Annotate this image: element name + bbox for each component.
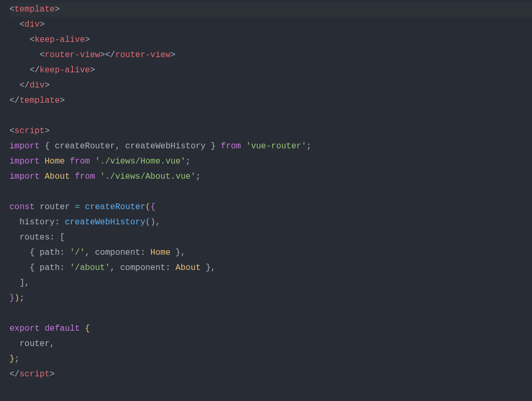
code-line: { path: '/', component: Home }, bbox=[9, 245, 532, 261]
bracket: [ bbox=[60, 233, 65, 242]
class-name: About bbox=[176, 263, 201, 273]
code-line: }); bbox=[9, 291, 532, 306]
code-line-empty bbox=[9, 185, 532, 200]
code-line: </div> bbox=[9, 78, 532, 93]
space bbox=[241, 142, 246, 151]
angle-bracket: </ bbox=[19, 81, 29, 90]
brace: } bbox=[170, 248, 180, 257]
keyword-from: from bbox=[221, 142, 241, 151]
brace: { bbox=[85, 324, 90, 333]
code-line: import Home from './views/Home.vue'; bbox=[9, 154, 532, 169]
paren: () bbox=[145, 218, 155, 227]
code-line: <router-view></router-view> bbox=[9, 48, 532, 63]
angle-bracket: > bbox=[45, 81, 50, 90]
paren: ( bbox=[145, 202, 150, 212]
function-call: createWebHistory bbox=[65, 218, 146, 227]
keyword-import: import bbox=[9, 142, 40, 151]
tag-name: script bbox=[19, 370, 50, 379]
brace: } bbox=[9, 294, 15, 303]
angle-bracket: </ bbox=[29, 66, 39, 75]
colon: : bbox=[55, 218, 64, 227]
code-line: }; bbox=[9, 352, 532, 367]
tag-name: template bbox=[19, 96, 60, 105]
string: './views/About.vue' bbox=[100, 172, 196, 181]
code-line: history: createWebHistory(), bbox=[9, 215, 532, 230]
bracket: ] bbox=[19, 278, 25, 288]
tag-name: div bbox=[29, 81, 45, 90]
brace: } bbox=[9, 354, 15, 364]
comma: , bbox=[25, 278, 30, 288]
tag-name: div bbox=[25, 20, 40, 29]
code-line: const router = createRouter({ bbox=[9, 200, 532, 215]
indent bbox=[9, 20, 19, 29]
semicolon: ; bbox=[307, 142, 312, 151]
code-line: router, bbox=[9, 337, 532, 352]
space bbox=[95, 172, 100, 181]
object-key: component bbox=[95, 248, 140, 257]
indent bbox=[9, 248, 29, 257]
paren: ) bbox=[15, 294, 20, 303]
object-key: history bbox=[19, 218, 55, 227]
space bbox=[40, 142, 45, 151]
space bbox=[40, 324, 45, 333]
keyword-const: const bbox=[9, 202, 35, 212]
string: '/about' bbox=[70, 263, 110, 273]
object-key: component bbox=[120, 263, 165, 273]
tag-name: script bbox=[15, 126, 45, 136]
code-line: routes: [ bbox=[9, 230, 532, 245]
class-name: About bbox=[45, 172, 70, 181]
angle-bracket: > bbox=[50, 370, 55, 379]
space bbox=[65, 157, 70, 166]
indent bbox=[9, 35, 29, 45]
space bbox=[40, 172, 45, 181]
string: './views/Home.vue' bbox=[95, 157, 186, 166]
angle-bracket: > bbox=[40, 20, 45, 29]
space bbox=[70, 172, 75, 181]
keyword-default: default bbox=[45, 324, 80, 333]
angle-bracket: > bbox=[85, 35, 90, 45]
angle-bracket: > bbox=[60, 96, 65, 105]
string: 'vue-router' bbox=[246, 142, 306, 151]
code-line: export default { bbox=[9, 321, 532, 337]
code-line: ], bbox=[9, 276, 532, 291]
comma: , bbox=[180, 248, 186, 257]
brace: } bbox=[201, 263, 211, 273]
string: '/' bbox=[70, 248, 85, 257]
indent bbox=[9, 233, 19, 242]
angle-bracket: < bbox=[29, 35, 35, 45]
identifier: createRouter bbox=[55, 142, 115, 151]
angle-bracket: > bbox=[55, 5, 60, 14]
code-line: import About from './views/About.vue'; bbox=[9, 169, 532, 185]
class-name: Home bbox=[45, 157, 64, 166]
code-line: { path: '/about', component: About }, bbox=[9, 261, 532, 276]
indent bbox=[9, 66, 29, 75]
code-line: <script> bbox=[9, 124, 532, 139]
tag-name: router-view bbox=[45, 50, 100, 60]
identifier: createWebHistory bbox=[125, 142, 206, 151]
angle-bracket: > bbox=[170, 50, 176, 60]
angle-bracket: < bbox=[9, 126, 15, 136]
operator-assign: = bbox=[75, 202, 80, 212]
keyword-import: import bbox=[9, 157, 40, 166]
identifier: router bbox=[19, 339, 50, 349]
semicolon: ; bbox=[15, 354, 20, 364]
tag-name: router-view bbox=[115, 50, 171, 60]
colon: : bbox=[166, 263, 176, 273]
code-line: <template> bbox=[9, 2, 532, 17]
space bbox=[80, 324, 85, 333]
angle-bracket: < bbox=[19, 20, 25, 29]
code-editor[interactable]: <template> <div> <keep-alive> <router-vi… bbox=[0, 0, 532, 387]
indent bbox=[9, 278, 19, 288]
keyword-from: from bbox=[75, 172, 95, 181]
brace: { bbox=[45, 142, 55, 151]
identifier: router bbox=[40, 202, 70, 212]
indent bbox=[9, 218, 19, 227]
angle-bracket: < bbox=[40, 50, 45, 60]
angle-bracket: < bbox=[9, 5, 15, 14]
space bbox=[70, 202, 75, 212]
comma: , bbox=[50, 339, 55, 349]
class-name: Home bbox=[150, 248, 170, 257]
comma: , bbox=[115, 142, 125, 151]
object-key: path bbox=[40, 248, 60, 257]
code-line: </script> bbox=[9, 367, 532, 382]
